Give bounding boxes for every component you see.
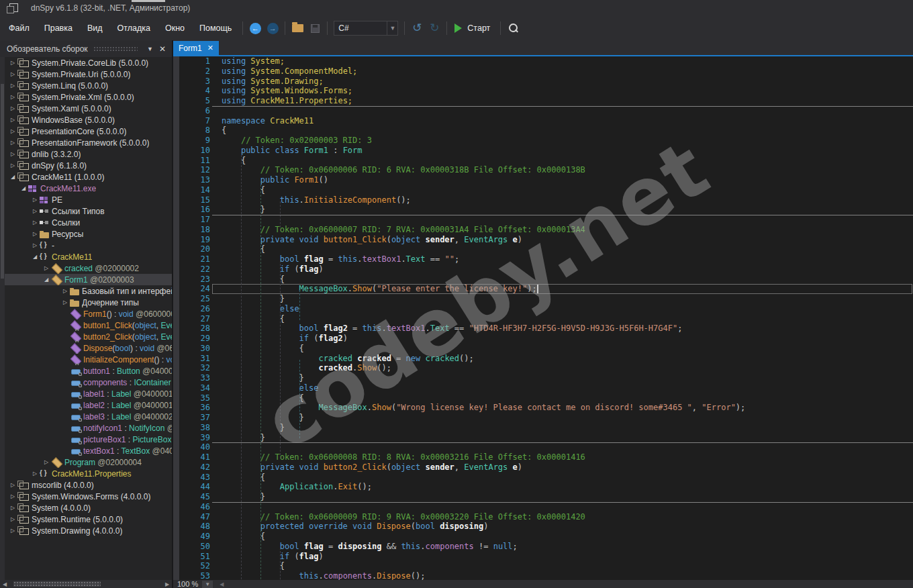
expanded-icon[interactable]: ◢ <box>8 174 17 180</box>
tab-form1[interactable]: Form1 ✕ <box>173 41 219 55</box>
tree-item[interactable]: ▷System.Windows.Forms (4.0.0.0) <box>0 491 172 502</box>
save-all-button[interactable] <box>306 19 324 37</box>
tree-item[interactable]: ✶Dispose(bool) : void @06 <box>0 342 172 354</box>
code-line[interactable]: 46 <box>173 502 913 512</box>
code-line[interactable]: 32 cracked.Show(); <box>173 363 913 373</box>
code-line[interactable]: 35 { <box>173 393 913 403</box>
code-line[interactable]: 37 } <box>173 413 913 423</box>
code-line[interactable]: 40 <box>173 442 913 452</box>
tree-item[interactable]: ▷System.Runtime (5.0.0.0) <box>0 513 172 525</box>
tree-item[interactable]: button1 : Button @04000 <box>0 365 172 377</box>
tree-item[interactable]: button2_Click(object, EventArgs) <box>0 331 172 342</box>
tree-item[interactable]: label2 : Label @0400001F <box>0 399 172 411</box>
code-line[interactable]: 34 else <box>173 383 913 393</box>
code-line[interactable]: 26 else <box>173 304 913 314</box>
tree-item[interactable]: ▷mscorlib (4.0.0.0) <box>0 479 172 491</box>
language-combobox[interactable]: C# ▼ <box>334 21 398 36</box>
code-line[interactable]: 1using System; <box>173 56 913 66</box>
collapsed-icon[interactable]: ▷ <box>8 94 17 100</box>
tree-item[interactable]: ▷System.Xaml (5.0.0.0) <box>0 103 172 114</box>
tab-close-icon[interactable]: ✕ <box>207 44 213 52</box>
menu-item-3[interactable]: Вид <box>80 19 110 37</box>
menu-item-2[interactable]: Правка <box>37 19 80 37</box>
code-line[interactable]: 14 { <box>173 185 913 195</box>
scroll-left-icon[interactable]: ◀ <box>220 581 224 587</box>
code-line[interactable]: 39 } <box>173 433 913 443</box>
tree-item[interactable]: ▷System.Drawing (4.0.0.0) <box>0 525 172 536</box>
code-line[interactable]: 17 <box>173 215 913 225</box>
code-line[interactable]: 25 } <box>173 294 913 304</box>
collapsed-icon[interactable]: ▷ <box>8 105 17 111</box>
tree-item[interactable]: textBox1 : TextBox @0400 <box>0 445 172 456</box>
scrollbar-thumb[interactable] <box>1 84 4 279</box>
tree-item[interactable]: ▷dnSpy (6.1.8.0) <box>0 160 172 171</box>
tree-horizontal-scrollbar[interactable]: ◀ ▶ <box>0 580 172 588</box>
code-line[interactable]: 38 } <box>173 423 913 433</box>
tree-item[interactable]: components : IContainer <box>0 377 172 388</box>
code-line[interactable]: 45 } <box>173 492 913 502</box>
collapsed-icon[interactable]: ▷ <box>30 208 40 214</box>
code-line[interactable]: 44 Application.Exit(); <box>173 482 913 492</box>
collapsed-icon[interactable]: ▷ <box>30 471 40 477</box>
code-line[interactable]: 41 // Token: 0x06000008 RID: 8 RVA: 0x00… <box>173 452 913 462</box>
code-line[interactable]: 43 { <box>173 473 913 483</box>
tree-item[interactable]: button1_Click(object, EventArgs) <box>0 320 172 331</box>
expanded-icon[interactable]: ◢ <box>19 185 28 191</box>
collapsed-icon[interactable]: ▷ <box>42 265 51 271</box>
code-line[interactable]: 47 // Token: 0x06000009 RID: 9 RVA: 0x00… <box>173 512 913 522</box>
code-viewer[interactable]: 1using System;2using System.ComponentMod… <box>173 56 913 580</box>
code-line[interactable]: 11 { <box>173 156 913 166</box>
tree-item[interactable]: label3 : Label @04000020 <box>0 411 172 422</box>
tree-item[interactable]: ▷System.Linq (5.0.0.0) <box>0 80 172 91</box>
collapsed-icon[interactable]: ▷ <box>8 162 17 168</box>
tree-item[interactable]: ▷WindowsBase (5.0.0.0) <box>0 114 172 126</box>
collapsed-icon[interactable]: ▷ <box>60 299 70 305</box>
code-line[interactable]: 22 if (flag) <box>173 264 913 275</box>
code-line[interactable]: 42 private void button2_Click(object sen… <box>173 462 913 473</box>
tree-item[interactable]: InitializeComponent() : void <box>0 354 172 365</box>
panel-close-icon[interactable]: ✕ <box>157 44 172 54</box>
chevron-down-icon[interactable]: ▼ <box>202 581 213 588</box>
expanded-icon[interactable]: ◢ <box>30 254 40 260</box>
collapsed-icon[interactable]: ▷ <box>60 288 70 294</box>
expanded-icon[interactable]: ◢ <box>42 277 51 283</box>
code-line[interactable]: 10 public class Form1 : Form <box>173 146 913 156</box>
search-button[interactable] <box>504 19 522 37</box>
tree-item[interactable]: ▷Ресурсы <box>0 228 172 240</box>
collapsed-icon[interactable]: ▷ <box>8 528 17 534</box>
code-line[interactable]: 49 { <box>173 532 913 542</box>
tree-item[interactable]: ◢Form1 @02000003 <box>0 274 172 285</box>
panel-drag-grip[interactable] <box>93 46 138 52</box>
code-line[interactable]: 8{ <box>173 126 913 136</box>
code-line[interactable]: 36 MessageBox.Show("Wrong license key! P… <box>173 403 913 413</box>
code-line[interactable]: 16 } <box>173 205 913 215</box>
collapsed-icon[interactable]: ▷ <box>8 117 17 123</box>
collapsed-icon[interactable]: ▷ <box>8 482 17 488</box>
tree-vertical-scrollbar[interactable] <box>0 57 5 580</box>
scroll-left-icon[interactable]: ◀ <box>0 581 9 587</box>
tree-item[interactable]: ▷PE <box>0 194 172 205</box>
tree-item[interactable]: ▷CrackMe11.Properties <box>0 468 172 479</box>
collapsed-icon[interactable]: ▷ <box>42 459 51 465</box>
code-line[interactable]: 9 // Token: 0x02000003 RID: 3 <box>173 136 913 146</box>
tree-item[interactable]: ▷dnlib (3.3.2.0) <box>0 148 172 160</box>
collapsed-icon[interactable]: ▷ <box>8 493 17 499</box>
code-line[interactable]: 15 this.InitializeComponent(); <box>173 195 913 205</box>
tree-item[interactable]: ▷- <box>0 240 172 251</box>
menu-item-4[interactable]: Отладка <box>110 19 158 37</box>
code-line[interactable]: 30 { <box>173 344 913 354</box>
code-line[interactable]: 23 { <box>173 275 913 285</box>
tree-item[interactable]: ▷System.Private.CoreLib (5.0.0.0) <box>0 57 172 68</box>
tree-item[interactable]: ▷Базовый тип и интерфейсы <box>0 285 172 297</box>
redo-button[interactable]: ↻ <box>426 19 443 37</box>
collapsed-icon[interactable]: ▷ <box>8 60 17 66</box>
panel-menu-icon[interactable]: ▼ <box>143 46 157 52</box>
code-line[interactable]: 28 bool flag2 = this.textBox1.Text == "H… <box>173 324 913 334</box>
tree-item[interactable]: ▷Ссылки Типов <box>0 205 172 217</box>
collapsed-icon[interactable]: ▷ <box>30 242 40 248</box>
code-line[interactable]: 7namespace CrackMe11 <box>173 116 913 126</box>
code-line[interactable]: 53 this.components.Dispose(); <box>173 571 913 580</box>
start-button[interactable]: Старт <box>450 19 497 37</box>
code-line[interactable]: 50 bool flag = disposing && this.compone… <box>173 542 913 552</box>
tree-item[interactable]: ▷System.Private.Xml (5.0.0.0) <box>0 91 172 103</box>
